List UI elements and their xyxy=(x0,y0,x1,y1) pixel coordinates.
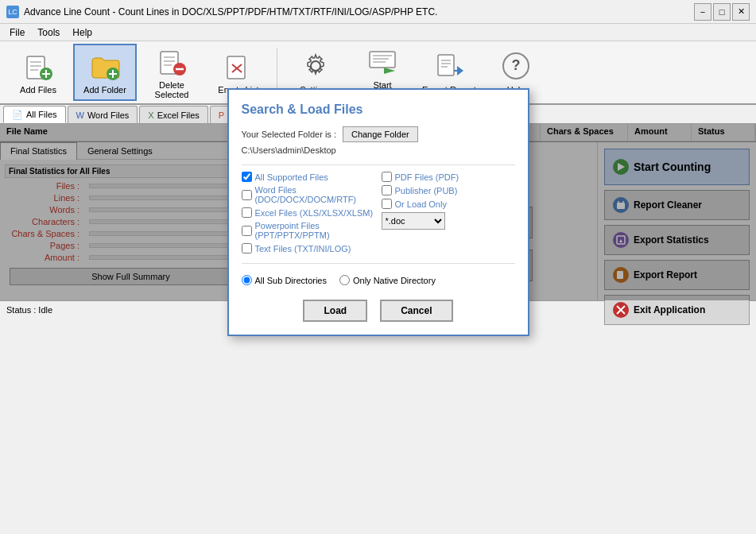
delete-selected-icon xyxy=(156,45,188,77)
svg-rect-20 xyxy=(370,52,395,68)
checkbox-pdf-files[interactable] xyxy=(382,172,392,182)
exit-application-icon xyxy=(613,302,629,318)
checkbox-or-load-only[interactable] xyxy=(382,199,392,209)
exit-application-label: Exit Application xyxy=(634,304,705,315)
start-counting-icon xyxy=(366,45,398,77)
modal-divider xyxy=(242,164,515,165)
checkbox-powerpoint-files[interactable] xyxy=(242,226,252,236)
window-title: Advance Line Count - Count Lines in DOC/… xyxy=(24,6,694,17)
export-report-icon xyxy=(433,50,465,82)
label-or-load-only: Or Load Only xyxy=(395,199,447,209)
check-word-files: Word Files (DOC/DOCX/DOCM/RTF) xyxy=(242,185,375,204)
check-pdf-files: PDF Files (PDF) xyxy=(382,172,515,182)
close-button[interactable]: ✕ xyxy=(732,3,750,21)
settings-icon xyxy=(300,50,331,82)
change-folder-button[interactable]: Change Folder xyxy=(343,126,418,142)
add-folder-icon xyxy=(89,50,121,82)
menu-file[interactable]: File xyxy=(3,25,31,40)
check-excel-files: Excel Files (XLS/XLSX/XLSM) xyxy=(242,207,375,218)
checkbox-all-supported[interactable] xyxy=(242,172,252,182)
window-controls: − □ ✕ xyxy=(694,3,750,21)
label-excel-files: Excel Files (XLS/XLSX/XLSM) xyxy=(255,208,374,218)
app-icon: LC xyxy=(6,6,19,18)
checkbox-word-files[interactable] xyxy=(242,190,252,200)
check-text-files: Text Files (TXT/INI/LOG) xyxy=(242,243,375,253)
checkbox-publisher[interactable] xyxy=(382,185,392,195)
check-all-supported: All Supported Files xyxy=(242,172,375,182)
modal-overlay: Search & Load Files Your Selected Folder… xyxy=(0,124,756,300)
cancel-button[interactable]: Cancel xyxy=(380,300,452,322)
radio-native-only: Only Native Directory xyxy=(339,275,436,285)
label-all-supported: All Supported Files xyxy=(255,172,328,182)
svg-rect-25 xyxy=(438,55,454,75)
minimize-button[interactable]: − xyxy=(694,3,711,21)
menu-tools[interactable]: Tools xyxy=(31,25,66,40)
modal-folder-path: C:\Users\admin\Desktop xyxy=(242,145,515,155)
tab-all-files[interactable]: 📄 All Files xyxy=(3,106,66,123)
load-button[interactable]: Load xyxy=(303,300,367,322)
radio-native-directory[interactable] xyxy=(339,275,350,285)
add-folder-button[interactable]: Add Folder xyxy=(73,44,137,101)
modal-title: Search & Load Files xyxy=(242,103,515,117)
add-files-icon xyxy=(22,50,54,82)
svg-text:?: ? xyxy=(512,57,521,73)
menu-bar: File Tools Help xyxy=(0,24,756,41)
check-publisher: Publisher (PUB) xyxy=(382,185,515,195)
menu-help[interactable]: Help xyxy=(66,25,99,40)
tab-excel-files[interactable]: X Excel Files xyxy=(139,106,208,123)
check-powerpoint-files: Powerpoint Files (PPT/PPTX/PPTM) xyxy=(242,221,375,240)
checkbox-excel-files[interactable] xyxy=(242,207,252,218)
label-word-files: Word Files (DOC/DOCX/DOCM/RTF) xyxy=(255,185,375,204)
label-pdf-files: PDF Files (PDF) xyxy=(395,172,459,182)
label-text-files: Text Files (TXT/INI/LOG) xyxy=(255,244,351,253)
tab-word-files[interactable]: W Word Files xyxy=(68,106,138,123)
modal-folder-label: Your Selected Folder is : xyxy=(242,130,336,139)
empty-list-icon xyxy=(223,50,254,82)
modal-folder-row: Your Selected Folder is : Change Folder xyxy=(242,126,515,142)
status-text: Status : Idle xyxy=(6,305,52,315)
label-powerpoint-files: Powerpoint Files (PPT/PPTX/PPTM) xyxy=(255,221,375,240)
delete-selected-label: Delete Selected xyxy=(144,80,200,99)
add-folder-label: Add Folder xyxy=(83,85,126,95)
or-load-only-row: Or Load Only xyxy=(382,199,515,209)
title-bar: LC Advance Line Count - Count Lines in D… xyxy=(0,0,756,24)
checkbox-text-files[interactable] xyxy=(242,243,252,253)
search-load-modal: Search & Load Files Your Selected Folder… xyxy=(227,88,529,336)
svg-point-19 xyxy=(311,61,320,71)
help-icon: ? xyxy=(500,50,532,82)
label-native-directory: Only Native Directory xyxy=(353,276,436,285)
add-files-button[interactable]: Add Files xyxy=(6,44,70,101)
label-publisher: Publisher (PUB) xyxy=(395,186,458,195)
radio-all-subdirectories[interactable] xyxy=(242,275,252,285)
delete-selected-button[interactable]: Delete Selected xyxy=(140,44,204,101)
modal-buttons: Load Cancel xyxy=(242,300,515,322)
extension-select[interactable]: *.doc xyxy=(382,212,445,230)
svg-marker-24 xyxy=(384,68,395,74)
modal-checkboxes: All Supported Files Word Files (DOC/DOCX… xyxy=(242,172,515,253)
label-all-subdirectories: All Sub Directories xyxy=(255,276,327,285)
maximize-button[interactable]: □ xyxy=(713,3,731,21)
modal-divider2 xyxy=(242,263,515,264)
add-files-label: Add Files xyxy=(20,85,56,95)
modal-radio-row: All Sub Directories Only Native Director… xyxy=(242,270,515,290)
radio-all-sub: All Sub Directories xyxy=(242,275,327,285)
